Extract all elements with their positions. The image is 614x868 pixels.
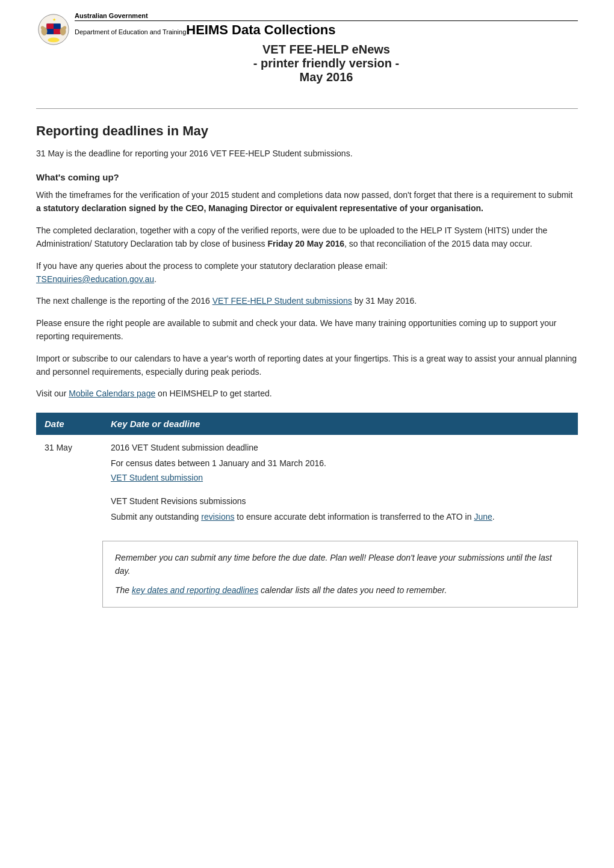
newsletter-title-line1: VET FEE-HELP eNews (75, 43, 578, 57)
para4-before-text: The next challenge is the reporting of t… (36, 296, 212, 306)
govt-dept-line: Australian Government Department of Educ… (75, 12, 578, 38)
para1-text: With the timeframes for the verification… (36, 190, 572, 200)
section-whats-coming: What's coming up? With the timeframes fo… (36, 172, 578, 401)
row1-line2: For census dates between 1 January and 3… (111, 457, 569, 470)
table-infobox-spacer (36, 530, 102, 608)
whats-coming-subheading: What's coming up? (36, 172, 578, 182)
svg-rect-5 (54, 29, 61, 34)
para-queries-email: If you have any queries about the proces… (36, 259, 578, 286)
para-declaration-upload: The completed declaration, together with… (36, 224, 578, 251)
para7-after-text: on HEIMSHELP to get started. (155, 389, 272, 398)
para1-bold-text: a statutory declaration signed by the CE… (36, 203, 483, 213)
newsletter-title-block: VET FEE-HELP eNews - printer friendly ve… (75, 43, 578, 84)
table-infobox-cell: Remember you can submit any time before … (102, 530, 578, 608)
infobox-para2: The key dates and reporting deadlines ca… (115, 583, 565, 597)
para2-bold-date: Friday 20 May 2016 (267, 239, 344, 248)
para-right-people: Please ensure the right people are avail… (36, 316, 578, 343)
svg-rect-4 (46, 29, 54, 34)
svg-text:★: ★ (52, 17, 56, 22)
table-infobox-row: Remember you can submit any time before … (36, 530, 578, 608)
coat-of-arms-logo: ★ (36, 12, 71, 47)
svg-rect-3 (54, 23, 61, 29)
svg-point-7 (41, 26, 45, 29)
row1-line3: VET Student Revisions submissions (111, 494, 569, 508)
svg-point-9 (63, 26, 66, 29)
infobox-para2-before: The (115, 585, 132, 595)
para4-after-text: by 31 May 2016. (352, 296, 417, 306)
svg-rect-2 (46, 23, 54, 29)
vet-student-submission-link[interactable]: VET Student submission (111, 473, 203, 482)
coat-of-arms-icon: ★ (36, 12, 71, 47)
para-next-challenge: The next challenge is the reporting of t… (36, 294, 578, 307)
infobox-para1-text: Remember you can submit any time before … (115, 553, 552, 576)
para-mobile-calendars: Visit our Mobile Calendars page on HEIMS… (36, 387, 578, 400)
table-col2-header: Key Date or deadline (102, 413, 578, 435)
vet-fee-help-submissions-link[interactable]: VET FEE-HELP Student submissions (212, 296, 352, 306)
ts-enquiries-link[interactable]: TSEnquiries@education.gov.au (36, 274, 154, 284)
newsletter-title-line2: - printer friendly version - (75, 57, 578, 70)
infobox-para2-after: calendar lists all the dates you need to… (258, 585, 447, 595)
table-header-row: Date Key Date or deadline (36, 413, 578, 435)
intro-paragraph: 31 May is the deadline for reporting you… (36, 147, 578, 160)
newsletter-title-line3: May 2016 (75, 70, 578, 84)
dept-text: Department of Education and TrainingHEIM… (75, 22, 578, 38)
heims-title-text: HEIMS Data Collections (186, 22, 335, 37)
row1-final-period: . (492, 512, 495, 522)
row1-revisions-line: Submit any outstanding revisions to ensu… (111, 510, 569, 523)
svg-point-11 (48, 38, 59, 43)
table-col1-header: Date (36, 413, 102, 435)
june-link[interactable]: June (474, 512, 492, 522)
infobox-para1: Remember you can submit any time before … (115, 551, 565, 578)
para-statutory-declaration: With the timeframes for the verification… (36, 188, 578, 215)
dept-name-text: Department of Education and Training (75, 28, 186, 35)
row1-after-revisions: to ensure accurate debt information is t… (234, 512, 474, 522)
mobile-calendars-link[interactable]: Mobile Calendars page (69, 389, 155, 398)
section-heading: Reporting deadlines in May (36, 123, 578, 139)
para3-text: If you have any queries about the proces… (36, 261, 388, 271)
para-calendars-import: Import or subscribe to our calendars to … (36, 352, 578, 379)
section-reporting-deadlines: Reporting deadlines in May 31 May is the… (36, 123, 578, 160)
table-date-cell: 31 May (36, 435, 102, 530)
australian-govt-text: Australian Government (75, 12, 578, 21)
key-dates-link[interactable]: key dates and reporting deadlines (132, 585, 258, 595)
header-divider (36, 108, 578, 109)
row1-line1: 2016 VET Student submission deadline (111, 441, 569, 454)
deadlines-table: Date Key Date or deadline 31 May 2016 VE… (36, 413, 578, 608)
row1-before-revisions: Submit any outstanding (111, 512, 201, 522)
infobox-para2-content: The key dates and reporting deadlines ca… (115, 585, 447, 595)
header-text-block: Australian Government Department of Educ… (75, 12, 578, 96)
table-row-31may: 31 May 2016 VET Student submission deadl… (36, 435, 578, 530)
para2-after-text: , so that reconciliation of the 2015 dat… (344, 239, 532, 248)
table-info-cell: 2016 VET Student submission deadline For… (102, 435, 578, 530)
info-box: Remember you can submit any time before … (102, 541, 578, 608)
revisions-link[interactable]: revisions (201, 512, 234, 522)
para7-before-text: Visit our (36, 389, 69, 398)
page-header: ★ Australian Government Department of Ed… (36, 12, 578, 96)
